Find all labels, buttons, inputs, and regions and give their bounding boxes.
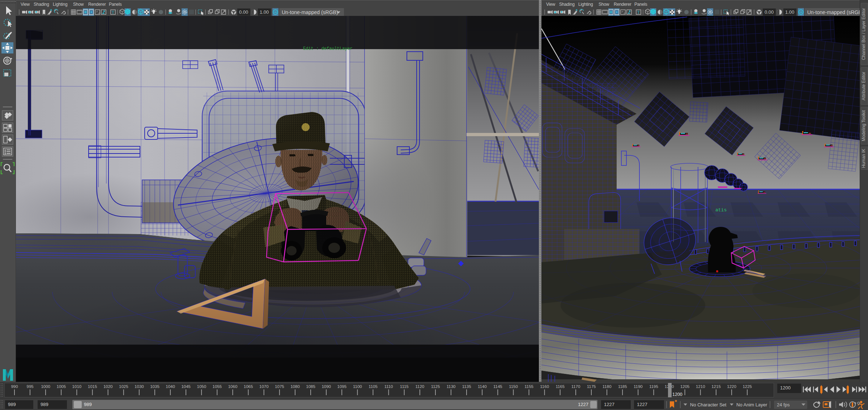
svg-text:1095: 1095 xyxy=(337,384,347,389)
svg-text:1120: 1120 xyxy=(416,384,425,389)
svg-text:1225: 1225 xyxy=(743,384,752,389)
svg-text:990: 990 xyxy=(11,384,18,389)
svg-text:1145: 1145 xyxy=(493,384,502,389)
svg-text:1155: 1155 xyxy=(524,384,533,389)
svg-text:1025: 1025 xyxy=(119,384,128,389)
svg-text:1010: 1010 xyxy=(72,384,82,389)
svg-text:Edit : defaultLayer: Edit : defaultLayer xyxy=(303,46,353,51)
svg-text:1050: 1050 xyxy=(197,384,207,389)
svg-text:1130: 1130 xyxy=(447,384,456,389)
svg-text:1.00: 1.00 xyxy=(785,9,794,15)
svg-text:1180: 1180 xyxy=(603,384,612,389)
svg-text:0.00: 0.00 xyxy=(765,9,774,15)
svg-text:1125: 1125 xyxy=(431,384,440,389)
svg-text:GB: GB xyxy=(800,11,803,13)
svg-text:1000: 1000 xyxy=(41,384,50,389)
svg-text:1085: 1085 xyxy=(306,384,315,389)
svg-text:0.00: 0.00 xyxy=(239,9,248,15)
svg-text:No Character Set: No Character Set xyxy=(690,402,727,407)
svg-text:Un-tone-mapped (sRGB): Un-tone-mapped (sRGB) xyxy=(807,9,860,15)
svg-text:1045: 1045 xyxy=(181,384,191,389)
svg-text:1.00: 1.00 xyxy=(260,9,269,15)
svg-text:1020: 1020 xyxy=(103,384,113,389)
svg-text:1165: 1165 xyxy=(556,384,565,389)
svg-text:1220: 1220 xyxy=(727,384,736,389)
svg-text:1065: 1065 xyxy=(244,384,253,389)
svg-text:1090: 1090 xyxy=(322,384,331,389)
svg-text:1070: 1070 xyxy=(259,384,269,389)
svg-text:1105: 1105 xyxy=(369,384,378,389)
svg-text:1150: 1150 xyxy=(509,384,518,389)
svg-text:1030: 1030 xyxy=(135,384,144,389)
svg-text:1140: 1140 xyxy=(478,384,487,389)
svg-text:1080: 1080 xyxy=(290,384,300,389)
svg-text:1210: 1210 xyxy=(696,384,705,389)
svg-text:1040: 1040 xyxy=(166,384,175,389)
svg-text:1075: 1075 xyxy=(275,384,284,389)
svg-text:T: T xyxy=(637,10,640,15)
svg-text:Un-tone-mapped (sRGB): Un-tone-mapped (sRGB) xyxy=(282,9,338,15)
svg-text:995: 995 xyxy=(27,384,34,389)
svg-text:1170: 1170 xyxy=(571,384,580,389)
svg-text:1100: 1100 xyxy=(353,384,362,389)
svg-text:1035: 1035 xyxy=(150,384,159,389)
svg-text:1205: 1205 xyxy=(680,384,690,389)
svg-text:1215: 1215 xyxy=(711,384,721,389)
svg-text:1190: 1190 xyxy=(634,384,643,389)
svg-text:atis: atis xyxy=(715,207,727,213)
svg-text:1115: 1115 xyxy=(400,384,409,389)
svg-text:GB: GB xyxy=(274,11,277,13)
svg-text:1135: 1135 xyxy=(462,384,471,389)
svg-text:1200: 1200 xyxy=(672,392,682,397)
svg-text:1195: 1195 xyxy=(649,384,658,389)
svg-text:No Anim Layer: No Anim Layer xyxy=(736,402,767,407)
svg-text:1015: 1015 xyxy=(88,384,97,389)
svg-text:1160: 1160 xyxy=(540,384,549,389)
svg-text:1060: 1060 xyxy=(228,384,238,389)
svg-text:1185: 1185 xyxy=(618,384,627,389)
svg-text:24 fps: 24 fps xyxy=(777,402,790,407)
svg-text:T: T xyxy=(112,10,115,15)
svg-text:1055: 1055 xyxy=(213,384,222,389)
svg-text:1110: 1110 xyxy=(384,384,393,389)
svg-text:1175: 1175 xyxy=(587,384,596,389)
svg-text:1005: 1005 xyxy=(57,384,66,389)
